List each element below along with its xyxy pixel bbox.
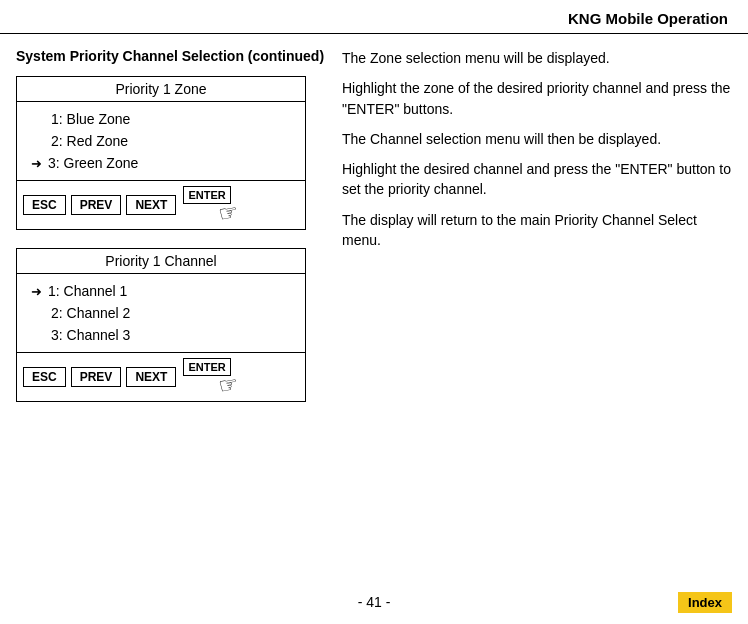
left-column: System Priority Channel Selection (conti… [16,48,326,420]
description-para2: Highlight the zone of the desired priori… [342,78,732,119]
channel-item-1-selected: 1: Channel 1 [31,280,297,302]
zone-enter-area: ENTER ☞ [183,186,235,224]
channel-next-button[interactable]: NEXT [126,367,176,387]
description-para4: Highlight the desired channel and press … [342,159,732,200]
index-button[interactable]: Index [678,592,732,613]
channel-finger-icon: ☞ [217,370,241,399]
description-para1: The Zone selection menu will be displaye… [342,48,732,68]
description-para5: The display will return to the main Prio… [342,210,732,251]
zone-prev-button[interactable]: PREV [71,195,122,215]
zone-item-1: 1: Blue Zone [31,108,297,130]
zone-menu-items: 1: Blue Zone 2: Red Zone 3: Green Zone [17,102,305,180]
channel-item-2: 2: Channel 2 [31,302,297,324]
zone-esc-button[interactable]: ESC [23,195,66,215]
page-footer: - 41 - Index [0,594,748,610]
channel-menu-buttons: ESC PREV NEXT ENTER ☞ [17,352,305,401]
page-body: System Priority Channel Selection (conti… [0,34,748,420]
description-para3: The Channel selection menu will then be … [342,129,732,149]
section-title: System Priority Channel Selection (conti… [16,48,326,64]
channel-prev-button[interactable]: PREV [71,367,122,387]
zone-menu-buttons: ESC PREV NEXT ENTER ☞ [17,180,305,229]
channel-menu-title: Priority 1 Channel [17,249,305,274]
zone-item-3-selected: 3: Green Zone [31,152,297,174]
page-header: KNG Mobile Operation [0,0,748,34]
page-number: - 41 - [358,594,391,610]
channel-enter-area: ENTER ☞ [183,358,235,396]
channel-menu-items: 1: Channel 1 2: Channel 2 3: Channel 3 [17,274,305,352]
channel-menu-box: Priority 1 Channel 1: Channel 1 2: Chann… [16,248,306,402]
zone-finger-icon: ☞ [217,198,241,227]
zone-menu-box: Priority 1 Zone 1: Blue Zone 2: Red Zone… [16,76,306,230]
channel-item-3: 3: Channel 3 [31,324,297,346]
right-column: The Zone selection menu will be displaye… [342,48,732,420]
zone-next-button[interactable]: NEXT [126,195,176,215]
zone-item-2: 2: Red Zone [31,130,297,152]
header-title: KNG Mobile Operation [568,10,728,27]
zone-menu-title: Priority 1 Zone [17,77,305,102]
channel-esc-button[interactable]: ESC [23,367,66,387]
